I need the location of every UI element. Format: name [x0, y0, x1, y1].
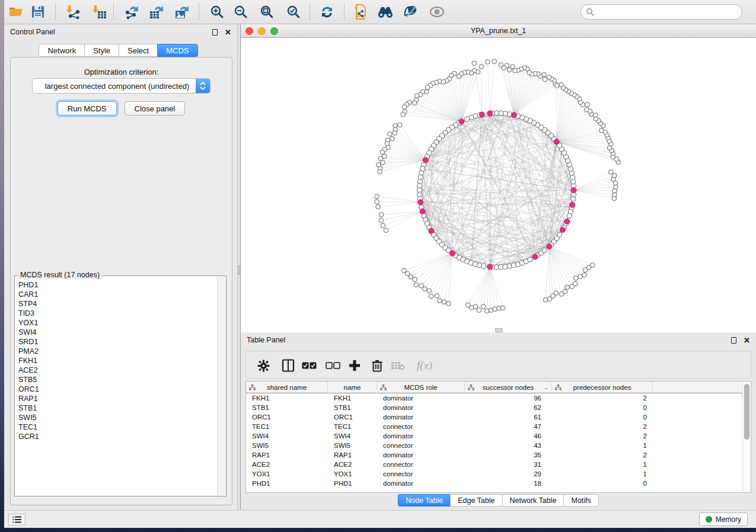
table-cell: connector — [377, 461, 465, 468]
tab-style[interactable]: Style — [84, 44, 119, 57]
show-column-button[interactable] — [279, 357, 297, 374]
export-network-button[interactable] — [121, 2, 142, 21]
show-details-button[interactable] — [426, 2, 448, 21]
table-cell: ACE2 — [328, 461, 377, 468]
zoom-in-button[interactable] — [206, 2, 228, 21]
import-table-button[interactable] — [89, 2, 110, 21]
mcds-result-item[interactable]: SWI5 — [18, 413, 217, 422]
close-panel-icon[interactable]: ✕ — [744, 336, 750, 344]
splitter-grip[interactable] — [238, 265, 240, 275]
zoom-selected-button[interactable] — [283, 2, 304, 21]
mcds-result-item[interactable]: TEC1 — [18, 422, 217, 432]
table-row[interactable]: ORC1ORC1dominator610 — [246, 412, 742, 422]
table-row[interactable]: FKH1FKH1dominator962 — [246, 393, 742, 403]
close-panel-icon[interactable]: ✕ — [225, 28, 231, 36]
mcds-result-item[interactable]: STB5 — [18, 375, 217, 384]
export-network-icon — [124, 4, 139, 20]
deselect-all-button[interactable] — [324, 357, 342, 374]
hide-details-button[interactable] — [400, 2, 422, 21]
mcds-result-item[interactable]: STB1 — [18, 403, 217, 413]
table-settings-button[interactable] — [254, 357, 272, 374]
sort-chevron-icon[interactable]: ⌄ — [544, 384, 548, 390]
tab-motifs[interactable]: Motifs — [563, 494, 598, 507]
table-cell: FKH1 — [246, 395, 328, 402]
export-image-button[interactable] — [171, 2, 193, 21]
table-cell: 2 — [552, 423, 653, 430]
tab-mcds[interactable]: MCDS — [157, 44, 197, 57]
run-mcds-button[interactable]: Run MCDS — [58, 101, 117, 116]
table-cell: 1 — [552, 470, 653, 477]
mcds-result-item[interactable]: PHD1 — [18, 280, 217, 290]
network-window-title: YPA_prune.txt_1 — [241, 27, 756, 35]
network-view-window: YPA_prune.txt_1 — [241, 24, 756, 332]
zoom-out-button[interactable] — [230, 2, 251, 21]
zoom-fit-button[interactable] — [256, 2, 277, 21]
column-header-successor-nodes[interactable]: successor nodes⌄ — [465, 382, 552, 393]
float-panel-icon[interactable] — [212, 29, 218, 36]
table-row[interactable]: TEC1TEC1connector472 — [246, 422, 742, 431]
mcds-result-item[interactable]: TID3 — [18, 309, 217, 318]
refresh-button[interactable] — [316, 2, 337, 21]
network-canvas[interactable] — [241, 38, 756, 332]
memory-button[interactable]: Memory — [699, 512, 748, 526]
tab-network[interactable]: Network — [39, 44, 84, 57]
memory-label: Memory — [716, 515, 741, 524]
table-scrollbar-thumb[interactable] — [744, 384, 749, 440]
mcds-result-item[interactable]: GCR1 — [18, 432, 217, 441]
close-panel-button[interactable]: Close panel — [125, 101, 186, 116]
status-list-button[interactable] — [8, 514, 25, 525]
export-table-icon — [149, 4, 164, 20]
table-cell: STB1 — [328, 404, 377, 411]
select-all-button[interactable] — [300, 357, 318, 374]
column-header-name[interactable]: name — [328, 382, 377, 393]
table-row[interactable]: YOX1YOX1connector291 — [246, 469, 742, 479]
table-row[interactable]: ACE2ACE2connector311 — [246, 460, 742, 469]
table-cell: 1 — [552, 442, 653, 449]
mcds-result-item[interactable]: YOX1 — [18, 318, 217, 328]
import-network-button[interactable] — [63, 2, 84, 21]
mcds-list-scrollbar[interactable] — [217, 277, 225, 495]
table-row[interactable]: RAP1RAP1dominator352 — [246, 450, 742, 460]
table-row[interactable]: SWI4SWI4dominator462 — [246, 431, 742, 441]
mcds-result-item[interactable]: ACE2 — [18, 366, 217, 375]
mcds-result-item[interactable]: FKH1 — [18, 356, 217, 366]
table-cell: 0 — [552, 404, 653, 411]
search-input[interactable] — [594, 6, 742, 18]
tab-edge-table[interactable]: Edge Table — [450, 494, 502, 507]
open-session-button[interactable] — [5, 2, 27, 21]
table-row[interactable]: SWI5SWI5connector431 — [246, 441, 742, 450]
column-header-MCDS-role[interactable]: MCDS role — [377, 382, 465, 393]
mcds-result-group: MCDS result (17 nodes) PHD1CAR1STP4TID3Y… — [14, 275, 227, 496]
column-header-shared-name[interactable]: shared name — [246, 382, 328, 393]
optimization-criterion-select[interactable]: largest connected component (undirected) — [32, 78, 210, 94]
delete-table-button[interactable] — [389, 357, 407, 374]
table-cell: dominator — [377, 395, 465, 402]
zoom-selected-icon — [286, 5, 301, 20]
mcds-result-item[interactable]: PMA2 — [18, 347, 217, 356]
mcds-result-item[interactable]: SWI4 — [18, 328, 217, 337]
mcds-result-item[interactable]: ORC1 — [18, 384, 217, 394]
add-column-button[interactable] — [346, 357, 363, 374]
float-panel-icon[interactable] — [731, 337, 736, 344]
export-table-button[interactable] — [146, 2, 167, 21]
network-graph — [241, 38, 756, 332]
table-scrollbar[interactable] — [742, 382, 751, 492]
find-button[interactable] — [375, 2, 396, 21]
horizontal-splitter-grip[interactable] — [495, 328, 502, 332]
delete-column-button[interactable] — [368, 357, 386, 374]
mcds-result-item[interactable]: SRD1 — [18, 337, 217, 347]
clone-network-button[interactable] — [350, 2, 371, 21]
function-builder-button[interactable]: f(x) — [413, 357, 436, 374]
tab-node-table[interactable]: Node Table — [398, 494, 450, 507]
tab-select[interactable]: Select — [119, 44, 157, 57]
mcds-result-item[interactable]: RAP1 — [18, 394, 217, 403]
table-cell: PHD1 — [246, 480, 328, 487]
table-row[interactable]: PHD1PHD1dominator180 — [246, 479, 742, 488]
mcds-result-item[interactable]: CAR1 — [18, 290, 217, 299]
table-header-row: shared namenameMCDS rolesuccessor nodes⌄… — [246, 382, 742, 393]
tab-network-table[interactable]: Network Table — [502, 494, 564, 507]
table-row[interactable]: STB1STB1dominator620 — [246, 403, 742, 412]
save-session-button[interactable] — [27, 2, 49, 21]
mcds-result-item[interactable]: STP4 — [18, 299, 217, 309]
column-header-predecessor-nodes[interactable]: predecessor nodes — [552, 382, 653, 393]
